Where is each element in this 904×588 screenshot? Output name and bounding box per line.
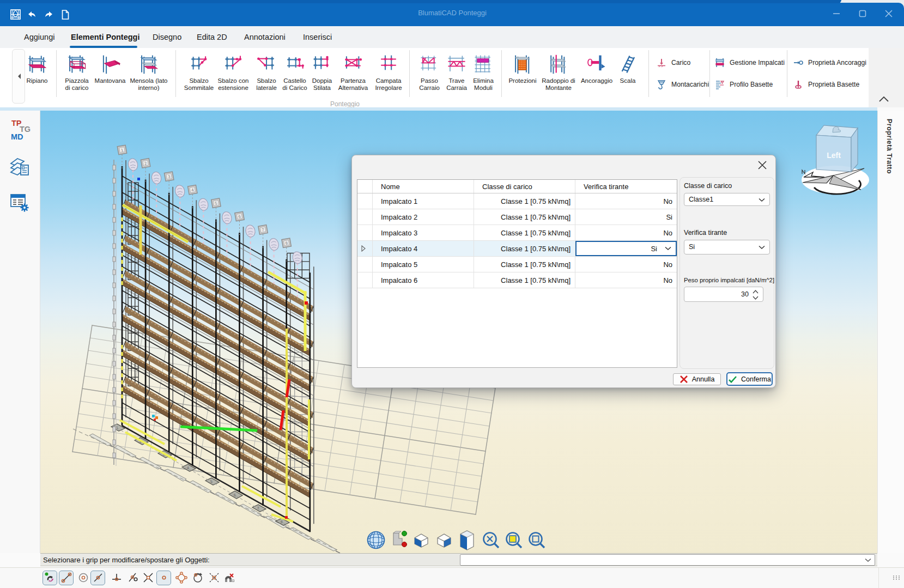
svg-text:Left: Left: [827, 151, 841, 160]
